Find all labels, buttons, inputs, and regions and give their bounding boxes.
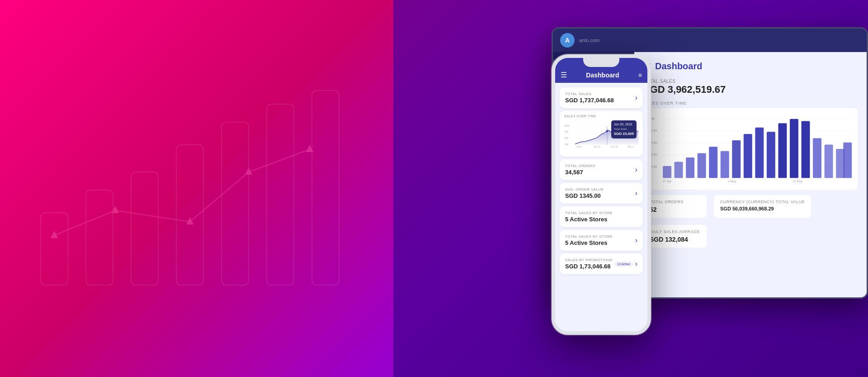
phone-total-orders-label: Total Orders [565, 164, 595, 168]
svg-point-57 [606, 130, 608, 132]
phone-total-orders-left: Total Orders 34,587 [565, 164, 595, 176]
phone-sales-by-store-1-card[interactable]: Total Sales by Store 5 Active Stores [560, 206, 643, 227]
desktop-stat-total-orders: Total Orders 52 [643, 195, 707, 218]
phone-tooltip-date: Jun 20, 2019 [614, 122, 634, 127]
desktop-stat-total-orders-label: Total Orders [650, 200, 700, 204]
svg-text:75K: 75K [564, 130, 569, 133]
phone-sales-by-store-1-left: Total Sales by Store 5 Active Stores [565, 211, 613, 223]
svg-rect-37 [813, 138, 821, 178]
svg-rect-35 [790, 119, 798, 178]
svg-text:100K: 100K [564, 124, 570, 127]
svg-rect-40 [843, 143, 852, 178]
phone-sales-by-store-2-label: Total Sales by Store [565, 234, 613, 239]
desktop-sales-over-time-label: SALES OVER TIME [643, 101, 858, 105]
svg-rect-4 [222, 122, 249, 285]
phone-chart-label: SALES OVER TIME [564, 115, 638, 118]
phone-mockup: ☰ Dashboard ≡ Total Sales SGD 1,737,046.… [552, 54, 651, 335]
phone-total-sales-card[interactable]: Total Sales SGD 1,737,046.68 › [560, 87, 643, 108]
svg-text:25K: 25K [564, 143, 569, 146]
desktop-stat-daily-avg-value: SGD 132,084 [650, 236, 700, 243]
phone-sales-by-promo-card[interactable]: Sales by Promotions SGD 1,73,046.68 12 A… [560, 253, 643, 274]
svg-rect-1 [86, 190, 113, 285]
desktop-url: anto.com [579, 38, 859, 43]
phone-total-sales-value: SGD 1,737,046.68 [565, 97, 614, 104]
desktop-stat-daily-avg: Daily Sales Average SGD 132,084 [643, 225, 707, 248]
phone-sales-by-store-2-arrow: › [635, 236, 637, 244]
svg-marker-8 [112, 206, 119, 213]
svg-rect-34 [778, 123, 787, 178]
phone-avg-order-left: Avg. Order Value SGD 1345.00 [565, 187, 604, 199]
desktop-total-sales-value: SGD 3,962,519.67 [643, 84, 858, 95]
svg-rect-33 [767, 132, 775, 178]
svg-rect-25 [675, 162, 683, 178]
desktop-stats-row: Total Orders 52 Currency (currency) Tota… [643, 195, 858, 248]
phone-total-sales-arrow: › [635, 94, 637, 102]
phone-total-orders-arrow: › [635, 166, 637, 174]
phone-menu-icon[interactable]: ☰ [561, 71, 567, 79]
phone-total-sales-label: Total Sales [565, 92, 614, 96]
svg-text:11 May: 11 May [793, 180, 802, 183]
phone-total-orders-value: 34,587 [565, 169, 595, 176]
svg-rect-3 [176, 145, 203, 285]
svg-rect-36 [802, 121, 810, 178]
desktop-page-title: Dashboard [655, 61, 702, 72]
svg-rect-32 [755, 128, 764, 178]
svg-text:Dec 1: Dec 1 [628, 146, 634, 148]
phone-body: Total Sales SGD 1,737,046.68 › SALES OVE… [555, 83, 647, 282]
phone-sales-by-store-1-value: 5 Active Stores [565, 216, 613, 223]
phone-sales-by-promo-right: 12 Active › [615, 260, 637, 268]
desktop-stat-currency: Currency (currency) Total Value SGD 56,0… [714, 195, 811, 218]
svg-rect-24 [663, 166, 671, 178]
desktop-main-content: ☰ Dashboard Total Sales SGD 3,962,519.67… [634, 52, 867, 297]
svg-rect-30 [732, 140, 741, 178]
desktop-bar-chart: 1.0M 800.0K 600.0K 400.0K 200.0K 0 [643, 108, 858, 190]
svg-text:27 Apr: 27 Apr [663, 180, 672, 183]
svg-text:Nov 1: Nov 1 [577, 146, 583, 148]
svg-rect-27 [698, 153, 706, 178]
phone-sales-by-promo-label: Sales by Promotions [565, 258, 613, 262]
svg-rect-28 [709, 147, 717, 178]
phone-sales-by-store-2-value: 5 Active Stores [565, 239, 613, 246]
svg-rect-26 [686, 157, 694, 178]
phone-sales-by-promo-left: Sales by Promotions SGD 1,73,046.68 [565, 258, 613, 270]
svg-text:50K: 50K [564, 137, 569, 139]
phone-chart-card: SALES OVER TIME 100K 75K 50K 25K [560, 111, 643, 157]
svg-rect-5 [267, 104, 294, 285]
svg-rect-2 [131, 172, 158, 285]
desktop-stat-total-orders-value: 52 [650, 206, 700, 213]
desktop-header: ☰ Dashboard [643, 61, 858, 72]
svg-rect-38 [825, 145, 833, 178]
phone-total-orders-card[interactable]: Total Orders 34,587 › [560, 159, 643, 180]
desktop-bar-chart-svg: 1.0M 800.0K 600.0K 400.0K 200.0K 0 [648, 113, 853, 185]
phone-title: Dashboard [586, 72, 619, 79]
phone-avg-order-card[interactable]: Avg. Order Value SGD 1345.00 › [560, 183, 643, 204]
svg-rect-31 [744, 134, 752, 178]
desktop-stat-currency-label: Currency (currency) Total Value [720, 200, 805, 204]
svg-rect-0 [41, 213, 68, 285]
phone-total-sales-left: Total Sales SGD 1,737,046.68 [565, 92, 614, 104]
phone-promo-badge: 12 Active [615, 262, 632, 267]
desktop-stat-currency-value: SGD 56,039,660,968.29 [720, 206, 805, 211]
svg-marker-9 [186, 217, 193, 224]
desktop-avatar: A [560, 33, 575, 48]
phone-filter-icon[interactable]: ≡ [638, 72, 642, 79]
phone-chart-tooltip: Jun 20, 2019 Total Sales SGD 23,005 [611, 120, 637, 138]
svg-text:4 May: 4 May [728, 180, 736, 183]
phone-sales-by-store-2-left: Total Sales by Store 5 Active Stores [565, 234, 613, 246]
phone-tooltip-label: Total Sales [614, 127, 634, 131]
svg-marker-7 [51, 231, 58, 238]
phone-screen: ☰ Dashboard ≡ Total Sales SGD 1,737,046.… [555, 58, 647, 331]
svg-rect-29 [721, 151, 729, 178]
svg-rect-6 [312, 91, 339, 285]
svg-text:Nov 12: Nov 12 [594, 146, 600, 148]
desktop-topbar: A anto.com [553, 29, 867, 52]
svg-text:Nov 20: Nov 20 [611, 146, 618, 148]
phone-sales-by-store-2-card[interactable]: Total Sales by Store 5 Active Stores › [560, 230, 643, 251]
phone-sales-by-store-1-label: Total Sales by Store [565, 211, 613, 215]
phone-avg-order-value: SGD 1345.00 [565, 192, 604, 199]
desktop-stat-daily-avg-label: Daily Sales Average [650, 229, 700, 234]
svg-marker-11 [306, 145, 313, 152]
bg-decorative-chart [27, 68, 344, 294]
phone-avg-order-label: Avg. Order Value [565, 187, 604, 191]
desktop-total-sales-label: Total Sales [643, 79, 858, 84]
